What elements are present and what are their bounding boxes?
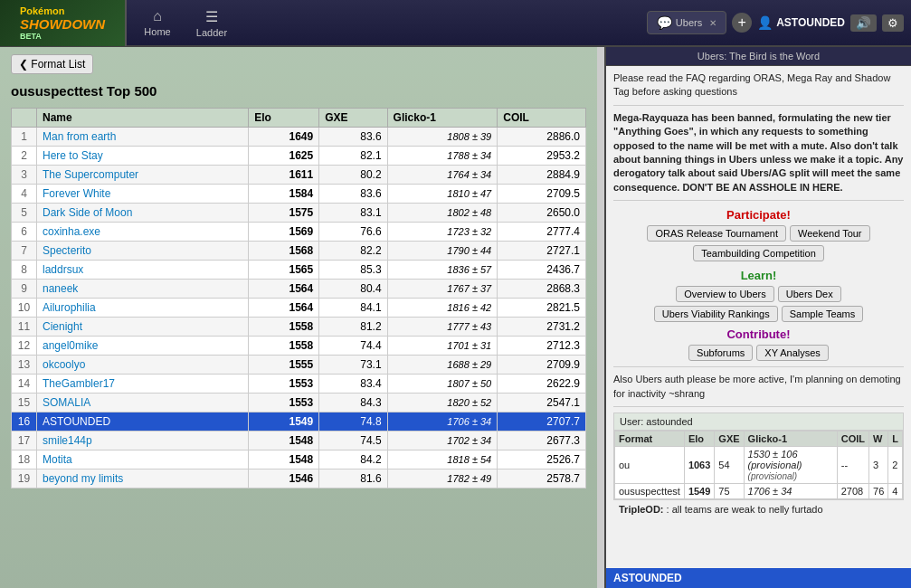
rank-cell: 16 — [12, 413, 37, 432]
table-row: 6 coxinha.exe 1569 76.6 1723 ± 32 2777.4 — [12, 223, 586, 242]
coil-cell: 2727.1 — [498, 242, 586, 261]
name-cell[interactable]: Man from earth — [37, 128, 249, 147]
chat-header: Ubers: The Bird is the Word — [606, 47, 911, 66]
name-cell[interactable]: coxinha.exe — [37, 223, 249, 242]
ladder-table: Name Elo GXE Glicko-1 COIL 1 Man from ea… — [11, 108, 586, 488]
name-cell[interactable]: Ailurophilia — [37, 299, 249, 318]
glicko-cell: 1808 ± 39 — [387, 128, 498, 147]
name-cell[interactable]: Forever White — [37, 185, 249, 204]
elo-cell: 1564 — [249, 299, 319, 318]
elo-cell: 1568 — [249, 242, 319, 261]
chat-messages[interactable]: Please read the FAQ regarding ORAS, Mega… — [606, 66, 911, 568]
name-cell[interactable]: SOMALIA — [37, 394, 249, 413]
stats-table: Format Elo GXE Glicko-1 COIL W L ou 1063… — [614, 431, 903, 499]
elo-cell: 1555 — [249, 356, 319, 375]
glicko-cell: 1777 ± 43 — [387, 318, 498, 337]
gxe-cell: 80.2 — [319, 166, 387, 185]
chat-tab-close[interactable]: ✕ — [709, 18, 716, 28]
participate-button[interactable]: Weekend Tour — [790, 225, 870, 242]
stats-l: 4 — [888, 483, 903, 498]
stats-gxe: 75 — [715, 483, 744, 498]
learn-button[interactable]: Overview to Ubers — [676, 286, 773, 302]
gxe-cell: 74.4 — [319, 337, 387, 356]
glicko-cell: 1802 ± 48 — [387, 204, 498, 223]
stats-coil: 2708 — [837, 483, 868, 498]
nav-tabs: ⌂ Home ☰ Ladder — [127, 3, 647, 43]
glicko-cell: 1810 ± 47 — [387, 185, 498, 204]
gxe-cell: 76.6 — [319, 223, 387, 242]
name-cell[interactable]: Specterito — [37, 242, 249, 261]
stats-col-l: L — [888, 431, 903, 446]
learn-button[interactable]: Ubers Dex — [778, 286, 841, 302]
elo-cell: 1611 — [249, 166, 319, 185]
chat-tab-ubers[interactable]: 💬 Ubers ✕ — [647, 11, 726, 34]
stats-gxe: 54 — [715, 446, 744, 483]
name-cell[interactable]: Motita — [37, 450, 249, 469]
table-row: 19 beyond my limits 1546 81.6 1782 ± 49 … — [12, 469, 586, 488]
coil-cell: 2436.7 — [498, 261, 586, 280]
scroll-divider — [597, 47, 604, 588]
rank-cell: 4 — [12, 185, 37, 204]
contribute-button[interactable]: XY Analyses — [756, 345, 829, 361]
add-tab-button[interactable]: + — [732, 13, 752, 33]
name-cell[interactable]: Cienight — [37, 318, 249, 337]
coil-cell: 2677.3 — [498, 432, 586, 450]
elo-cell: 1565 — [249, 261, 319, 280]
gxe-cell: 84.3 — [319, 394, 387, 413]
name-cell[interactable]: ASTOUNDED — [37, 413, 249, 432]
sound-button[interactable]: 🔊 — [850, 14, 877, 32]
glicko-cell: 1723 ± 32 — [387, 223, 498, 242]
name-cell[interactable]: TheGambler17 — [37, 375, 249, 394]
glicko-cell: 1807 ± 50 — [387, 375, 498, 394]
name-cell[interactable]: naneek — [37, 280, 249, 299]
stats-coil: -- — [837, 446, 868, 483]
elo-cell: 1649 — [249, 128, 319, 147]
table-row: 13 okcoolyo 1555 73.1 1688 ± 29 2709.9 — [12, 356, 586, 375]
user-stats: User: astounded Format Elo GXE Glicko-1 … — [613, 413, 904, 500]
name-cell[interactable]: Dark Side of Moon — [37, 204, 249, 223]
format-list-button[interactable]: ❮ Format List — [11, 54, 93, 74]
rank-cell: 14 — [12, 375, 37, 394]
elo-cell: 1548 — [249, 450, 319, 469]
contribute-button[interactable]: Subforums — [688, 345, 753, 361]
table-row: 15 SOMALIA 1553 84.3 1820 ± 52 2547.1 — [12, 394, 586, 413]
gxe-cell: 80.4 — [319, 280, 387, 299]
gxe-cell: 81.6 — [319, 469, 387, 488]
table-row: 9 naneek 1564 80.4 1767 ± 37 2868.3 — [12, 280, 586, 299]
contribute-title: Contribute! — [613, 327, 904, 341]
tab-ladder[interactable]: ☰ Ladder — [185, 3, 239, 43]
rank-cell: 3 — [12, 166, 37, 185]
gxe-cell: 83.1 — [319, 204, 387, 223]
left-panel: ❮ Format List oususpecttest Top 500 Name… — [0, 47, 597, 588]
participate-section: Participate! ORAS Release TournamentWeek… — [613, 208, 904, 261]
learn-button[interactable]: Ubers Viability Rankings — [654, 306, 778, 322]
settings-button[interactable]: ⚙ — [882, 14, 904, 32]
rank-cell: 13 — [12, 356, 37, 375]
chat-icon: 💬 — [657, 15, 672, 30]
stats-l: 2 — [888, 446, 903, 483]
name-cell[interactable]: angel0mike — [37, 337, 249, 356]
tab-home[interactable]: ⌂ Home — [130, 3, 185, 43]
tripleod-note: TripleOD: : all teams are weak to nelly … — [619, 504, 898, 515]
glicko-cell: 1701 ± 31 — [387, 337, 498, 356]
name-cell[interactable]: The Supercomputer — [37, 166, 249, 185]
col-coil: COIL — [498, 109, 586, 128]
participate-buttons: ORAS Release TournamentWeekend TourTeamb… — [613, 225, 904, 261]
participate-button[interactable]: Teambuilding Competition — [693, 245, 824, 261]
glicko-cell: 1767 ± 37 — [387, 280, 498, 299]
name-cell[interactable]: Here to Stay — [37, 147, 249, 166]
elo-cell: 1569 — [249, 223, 319, 242]
table-row: 17 smile144p 1548 74.5 1702 ± 34 2677.3 — [12, 432, 586, 450]
name-cell[interactable]: smile144p — [37, 432, 249, 450]
learn-button[interactable]: Sample Teams — [782, 306, 864, 322]
name-cell[interactable]: laddrsux — [37, 261, 249, 280]
participate-button[interactable]: ORAS Release Tournament — [647, 225, 786, 242]
name-cell[interactable]: beyond my limits — [37, 469, 249, 488]
glicko-cell: 1836 ± 57 — [387, 261, 498, 280]
glicko-cell: 1782 ± 49 — [387, 469, 498, 488]
coil-cell: 2650.0 — [498, 204, 586, 223]
gxe-cell: 82.1 — [319, 147, 387, 166]
glicko-cell: 1788 ± 34 — [387, 147, 498, 166]
name-cell[interactable]: okcoolyo — [37, 356, 249, 375]
user-icon: 👤 — [757, 15, 773, 30]
